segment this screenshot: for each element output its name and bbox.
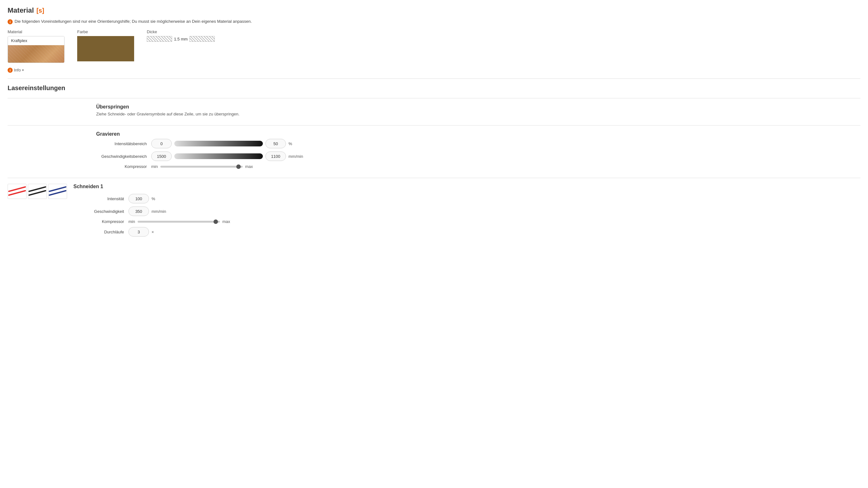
intensitaet-slider[interactable] xyxy=(174,141,263,147)
schneiden-kompressor-track[interactable] xyxy=(137,221,220,223)
schneiden-block: Schneiden 1 Intensität % Geschwindigkeit… xyxy=(8,178,860,240)
intensitaet-unit: % xyxy=(288,141,306,146)
schneiden-thumbnails xyxy=(8,184,73,199)
schneiden-intensitaet-label: Intensität xyxy=(73,196,124,201)
title-badge: [s] xyxy=(36,7,44,14)
farbe-label: Farbe xyxy=(77,29,134,34)
geschwindigkeit-row: Geschwindigkeitsbereich mm/min xyxy=(8,152,860,161)
info-button-icon: i xyxy=(8,68,13,73)
gravieren-kompressor-label: Kompressor xyxy=(96,164,147,169)
intensitaet-row: Intensitätsbereich % xyxy=(8,139,860,148)
schneiden-geschwindigkeit-label: Geschwindigkeit xyxy=(73,209,124,214)
geschwindigkeit-range-track[interactable] xyxy=(174,153,263,159)
intensitaet-max-input[interactable] xyxy=(266,139,286,148)
laser-section-title: Lasereinstellungen xyxy=(8,85,860,92)
intensitaet-min-input[interactable] xyxy=(151,139,172,148)
schneiden-kompressor-label: Kompressor xyxy=(73,219,124,224)
thumb-black[interactable] xyxy=(28,184,47,199)
durchlaeufe-unit: × xyxy=(152,230,154,234)
schneiden-intensitaet-input[interactable] xyxy=(128,194,149,203)
dicke-field-group: Dicke 1.5 mm xyxy=(147,29,215,42)
schneiden-kompressor-row: Kompressor min max xyxy=(73,219,860,224)
geschwindigkeit-slider[interactable] xyxy=(174,153,263,159)
geschwindigkeit-max-input[interactable] xyxy=(266,152,286,161)
material-label: Material xyxy=(8,29,65,34)
material-field-group: Material Kraftplex xyxy=(8,29,65,63)
schneiden-params: Schneiden 1 Intensität % Geschwindigkeit… xyxy=(73,184,860,240)
durchlaeufe-input[interactable] xyxy=(128,227,149,236)
dicke-value: 1.5 mm xyxy=(172,37,189,41)
gravieren-kompressor-row: Kompressor min max xyxy=(8,164,860,169)
gravieren-kompressor-min: min xyxy=(151,164,158,169)
gravieren-block: Gravieren Intensitätsbereich % Geschwind… xyxy=(8,125,860,178)
thumb-blue[interactable] xyxy=(48,184,67,199)
durchlaeufe-row: Durchläufe × xyxy=(73,227,860,236)
notice-text: Die folgenden Voreinstellungen sind nur … xyxy=(14,19,252,24)
thumb-red[interactable] xyxy=(8,184,27,199)
schneiden-geschwindigkeit-unit: mm/min xyxy=(152,209,169,214)
info-button-label: Info xyxy=(14,68,21,72)
schneiden-intensitaet-unit: % xyxy=(152,196,169,201)
gravieren-kompressor-track[interactable] xyxy=(160,166,243,168)
gravieren-kompressor-max: max xyxy=(245,164,253,169)
uberspringen-title: Überspringen xyxy=(8,104,860,110)
geschwindigkeit-unit: mm/min xyxy=(288,154,306,159)
farbe-color-swatch xyxy=(77,36,134,61)
geschwindigkeit-label: Geschwindigkeitsbereich xyxy=(96,154,147,159)
schneiden-intensitaet-row: Intensität % xyxy=(73,194,860,203)
schneiden-geschwindigkeit-row: Geschwindigkeit mm/min xyxy=(73,206,860,216)
uberspringen-description: Ziehe Schneide- oder Graviersymbole auf … xyxy=(8,111,860,117)
page-title: Material [s] xyxy=(8,6,860,14)
schneiden-title: Schneiden 1 xyxy=(73,184,860,190)
info-notice: i Die folgenden Voreinstellungen sind nu… xyxy=(8,19,860,24)
dicke-label: Dicke xyxy=(147,29,215,34)
intensitaet-label: Intensitätsbereich xyxy=(96,141,147,146)
info-circle-icon: i xyxy=(8,19,13,24)
durchlaeufe-label: Durchläufe xyxy=(73,230,124,234)
schneiden-kompressor-min: min xyxy=(128,219,135,224)
material-texture-preview xyxy=(8,45,65,63)
title-text: Material xyxy=(8,6,34,14)
gravieren-title: Gravieren xyxy=(8,131,860,137)
material-select[interactable]: Kraftplex xyxy=(8,36,65,63)
farbe-field-group: Farbe xyxy=(77,29,134,61)
dicke-track: 1.5 mm xyxy=(147,36,215,42)
dicke-hatch-right xyxy=(189,36,215,42)
gravieren-kompressor-thumb[interactable] xyxy=(236,164,241,169)
chevron-down-icon: ▾ xyxy=(22,68,24,72)
uberspringen-block: Überspringen Ziehe Schneide- oder Gravie… xyxy=(8,98,860,125)
schneiden-kompressor-thumb[interactable] xyxy=(214,220,218,224)
schneiden-geschwindigkeit-input[interactable] xyxy=(128,206,149,216)
material-fields: Material Kraftplex Farbe Dicke 1.5 mm xyxy=(8,29,860,63)
schneiden-kompressor-max: max xyxy=(222,219,230,224)
dicke-hatch-left xyxy=(147,36,172,42)
section-divider-1 xyxy=(8,78,860,79)
geschwindigkeit-min-input[interactable] xyxy=(151,152,172,161)
intensitaet-range-track[interactable] xyxy=(174,141,263,147)
material-select-value: Kraftplex xyxy=(8,36,64,45)
info-toggle-button[interactable]: i Info ▾ xyxy=(8,67,24,73)
